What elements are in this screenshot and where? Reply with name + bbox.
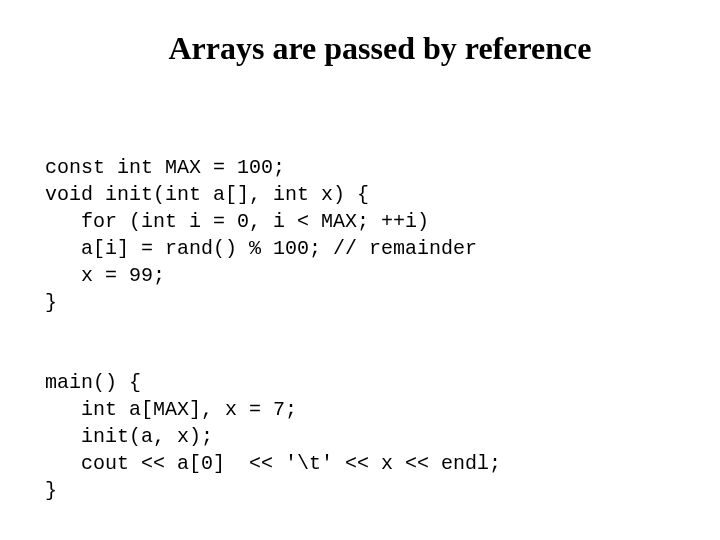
- code-line: void init(int a[], int x) {: [45, 183, 369, 206]
- code-line: x = 99;: [45, 264, 165, 287]
- slide-title: Arrays are passed by reference: [85, 30, 675, 67]
- code-line: cout << a[0] << '\t' << x << endl;: [45, 452, 501, 475]
- code-line: a[i] = rand() % 100; // remainder: [45, 237, 477, 260]
- code-line: }: [45, 479, 57, 502]
- code-line: const int MAX = 100;: [45, 156, 285, 179]
- code-line: }: [45, 291, 57, 314]
- code-block-main: main() { int a[MAX], x = 7; init(a, x); …: [45, 342, 675, 504]
- code-line: for (int i = 0, i < MAX; ++i): [45, 210, 429, 233]
- code-line: int a[MAX], x = 7;: [45, 398, 297, 421]
- code-block-init: const int MAX = 100; void init(int a[], …: [45, 127, 675, 316]
- code-line: main() {: [45, 371, 141, 394]
- code-line: init(a, x);: [45, 425, 213, 448]
